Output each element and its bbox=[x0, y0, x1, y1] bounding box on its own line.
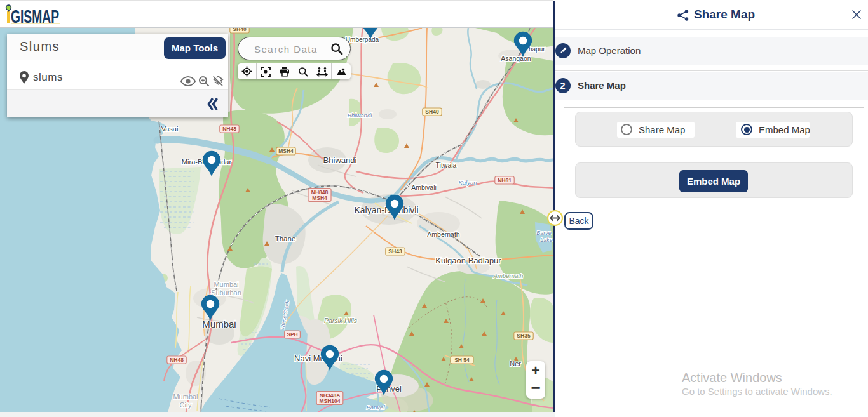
svg-text:Umberpada: Umberpada bbox=[346, 36, 379, 43]
svg-text:Kalyan: Kalyan bbox=[458, 179, 477, 186]
svg-text:Mumbai: Mumbai bbox=[173, 393, 198, 400]
svg-text:NH48: NH48 bbox=[170, 357, 184, 363]
svg-text:SPH: SPH bbox=[287, 331, 297, 338]
svg-text:Lake: Lake bbox=[540, 237, 553, 243]
svg-text:Kulgaon Badlapur: Kulgaon Badlapur bbox=[435, 256, 501, 265]
svg-text:hapur: hapur bbox=[529, 46, 545, 53]
svg-text:NH48: NH48 bbox=[222, 126, 236, 132]
svg-text:Titwala: Titwala bbox=[436, 161, 457, 169]
svg-text:GISMAP: GISMAP bbox=[11, 6, 59, 25]
svg-text:SH 54: SH 54 bbox=[454, 357, 470, 363]
svg-text:Vasai: Vasai bbox=[161, 125, 179, 133]
svg-text:Mumbai: Mumbai bbox=[202, 319, 236, 329]
svg-text:SH40: SH40 bbox=[425, 109, 439, 115]
svg-text:Suburban: Suburban bbox=[211, 289, 241, 296]
svg-text:SH35: SH35 bbox=[517, 333, 531, 339]
svg-text:Ambernath: Ambernath bbox=[427, 230, 460, 238]
svg-text:Ner: Ner bbox=[510, 360, 521, 367]
svg-text:MSH4: MSH4 bbox=[278, 148, 294, 154]
svg-text:MSH104: MSH104 bbox=[319, 398, 340, 404]
svg-text:Ambivali: Ambivali bbox=[411, 183, 437, 191]
svg-text:Barve: Barve bbox=[536, 230, 552, 236]
svg-text:Thane: Thane bbox=[275, 235, 296, 242]
svg-text:SH40: SH40 bbox=[233, 28, 247, 32]
svg-text:Bhiwandi: Bhiwandi bbox=[348, 112, 372, 119]
svg-text:City: City bbox=[180, 401, 192, 409]
svg-text:Asangaon: Asangaon bbox=[501, 55, 531, 62]
svg-text:SH43: SH43 bbox=[388, 248, 402, 255]
svg-text:Panvel: Panvel bbox=[366, 404, 385, 411]
svg-text:NH61: NH61 bbox=[498, 177, 512, 183]
svg-text:Mumbai: Mumbai bbox=[214, 281, 238, 288]
svg-text:Bhiwandi: Bhiwandi bbox=[323, 156, 357, 165]
svg-text:Parsik Hills: Parsik Hills bbox=[324, 317, 358, 324]
svg-text:Ambernath: Ambernath bbox=[493, 272, 523, 279]
svg-text:MSH4: MSH4 bbox=[312, 195, 327, 201]
